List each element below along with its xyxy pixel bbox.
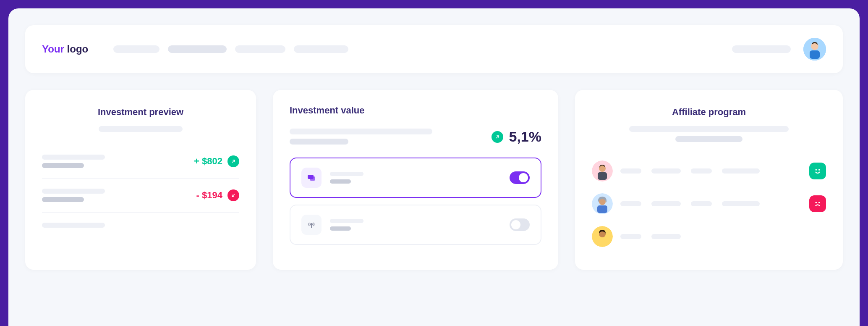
- investment-preview-card: Investment preview + $802: [25, 90, 256, 270]
- percent-change: 5,1%: [492, 129, 542, 145]
- logo-suffix: logo: [64, 43, 88, 55]
- preview-row[interactable]: [42, 213, 239, 238]
- affiliate-avatar: [592, 193, 613, 214]
- svg-rect-9: [598, 172, 607, 180]
- toggle-off[interactable]: [510, 218, 530, 231]
- nav-item[interactable]: [235, 45, 285, 53]
- happy-face-icon: [809, 163, 826, 179]
- investment-value-card: Investment value 5,1%: [273, 90, 558, 270]
- broadcast-icon: [301, 215, 322, 235]
- option-row[interactable]: [290, 205, 541, 245]
- affiliate-avatar: [592, 160, 613, 181]
- nav-item[interactable]: [294, 45, 348, 53]
- logo[interactable]: Your logo: [42, 43, 88, 55]
- placeholder-text: [290, 129, 432, 145]
- svg-rect-14: [597, 205, 607, 213]
- preview-row[interactable]: + $802: [42, 145, 239, 179]
- affiliate-data: [620, 168, 802, 174]
- svg-point-11: [818, 169, 820, 171]
- svg-point-10: [816, 169, 817, 171]
- logo-prefix: Your: [42, 43, 64, 55]
- svg-rect-4: [310, 176, 315, 181]
- avatar-icon: [803, 38, 826, 60]
- amount-positive: + $802: [194, 156, 222, 167]
- svg-point-15: [816, 202, 817, 203]
- card-title: Affiliate program: [592, 107, 826, 118]
- option-label: [330, 219, 363, 231]
- svg-point-5: [311, 223, 312, 225]
- row-label: [42, 223, 105, 228]
- preview-row[interactable]: - $194: [42, 179, 239, 213]
- affiliate-row[interactable]: [592, 187, 826, 220]
- svg-rect-2: [810, 50, 820, 59]
- card-title: Investment value: [290, 105, 541, 116]
- nav-item[interactable]: [113, 45, 159, 53]
- affiliate-row[interactable]: [592, 155, 826, 187]
- affiliate-data: [620, 234, 826, 239]
- amount-negative: - $194: [196, 190, 222, 201]
- arrow-up-icon: [492, 131, 503, 143]
- row-label: [42, 189, 105, 202]
- topbar-action[interactable]: [732, 45, 791, 53]
- affiliate-card: Affiliate program: [575, 90, 843, 270]
- nav-links: [113, 45, 732, 53]
- affiliate-row[interactable]: [592, 220, 826, 253]
- cards-row: Investment preview + $802: [25, 90, 843, 270]
- app-frame: Your logo Investment preview: [8, 8, 860, 326]
- toggle-on[interactable]: [510, 171, 530, 184]
- arrow-up-icon: [227, 155, 239, 167]
- option-row-active[interactable]: [290, 158, 541, 198]
- placeholder-text: [592, 126, 826, 142]
- arrow-down-icon: [227, 189, 239, 201]
- topbar: Your logo: [25, 25, 843, 73]
- sad-face-icon: [809, 195, 826, 212]
- affiliate-data: [620, 201, 802, 206]
- nav-item-active[interactable]: [168, 45, 227, 53]
- placeholder-text: [42, 126, 239, 132]
- user-avatar[interactable]: [803, 38, 826, 60]
- affiliate-avatar: [592, 226, 613, 247]
- percent-value: 5,1%: [509, 129, 542, 145]
- option-label: [330, 172, 363, 184]
- chat-icon: [301, 168, 322, 188]
- card-title: Investment preview: [42, 107, 239, 118]
- svg-point-16: [818, 202, 820, 203]
- row-label: [42, 155, 105, 168]
